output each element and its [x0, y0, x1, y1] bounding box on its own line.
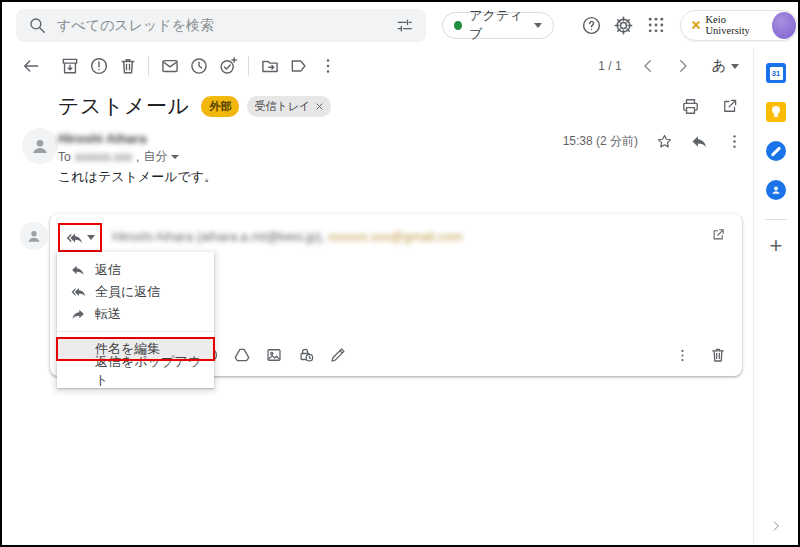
open-in-new-window-button[interactable] — [719, 95, 741, 117]
report-spam-button[interactable] — [84, 52, 113, 80]
subject-row: テストメール 外部 受信トレイ — [2, 90, 755, 122]
menu-label: 返信 — [95, 261, 121, 279]
add-to-tasks-button[interactable] — [213, 52, 242, 80]
account-badge[interactable]: Keio University — [680, 10, 798, 41]
delete-button[interactable] — [113, 52, 142, 80]
chevron-down-icon — [731, 64, 739, 69]
reply-type-menu: 返信 全員に返信 転送 件名を編集 返信をポップアウト — [57, 252, 214, 388]
message-more-button[interactable] — [723, 130, 745, 152]
menu-label: 全員に返信 — [95, 283, 160, 301]
account-name: Keio University — [705, 14, 765, 36]
menu-item-reply-all[interactable]: 全員に返信 — [57, 281, 214, 303]
archive-button[interactable] — [55, 52, 84, 80]
status-label: アクティブ — [469, 7, 527, 43]
person-icon — [25, 227, 43, 245]
move-to-button[interactable] — [255, 52, 284, 80]
external-badge: 外部 — [201, 96, 239, 117]
reply-all-icon — [65, 229, 83, 247]
compose-toolbar — [200, 345, 348, 365]
keep-icon[interactable] — [766, 102, 786, 122]
side-panel-rail: 31 + — [753, 48, 798, 545]
tasks-icon[interactable] — [766, 141, 786, 161]
timestamp: 15:38 (2 分前) — [563, 133, 638, 150]
newer-conversation-button[interactable] — [634, 52, 663, 80]
ime-label: あ — [712, 57, 726, 75]
message-meta: 15:38 (2 分前) — [563, 130, 745, 152]
compose-toolbar-right — [672, 345, 728, 365]
expand-panel-button[interactable] — [769, 519, 783, 533]
menu-divider — [57, 331, 214, 332]
menu-item-reply[interactable]: 返信 — [57, 259, 214, 281]
discard-draft-button[interactable] — [708, 345, 728, 365]
confidential-mode-icon[interactable] — [296, 345, 316, 365]
reply-icon — [70, 262, 86, 278]
google-apps-grid-button[interactable] — [645, 12, 668, 38]
search-options-icon[interactable] — [395, 16, 414, 35]
email-subject: テストメール — [58, 92, 189, 120]
compose-recipients[interactable]: Hiroshi Aihara (aihara.a.mt@keio.jp), xx… — [112, 229, 463, 244]
star-button[interactable] — [653, 130, 675, 152]
close-icon[interactable] — [315, 102, 324, 111]
keio-logo-icon — [690, 19, 701, 31]
labels-button[interactable] — [284, 52, 313, 80]
back-button[interactable] — [16, 52, 45, 80]
help-button[interactable] — [580, 12, 603, 38]
email-body-text: これはテストメールです。 — [58, 168, 217, 186]
mark-unread-button[interactable] — [155, 52, 184, 80]
compose-more-button[interactable] — [672, 345, 692, 365]
popout-compose-button[interactable] — [711, 227, 726, 242]
compose-avatar — [20, 222, 48, 250]
calendar-icon[interactable]: 31 — [766, 63, 786, 83]
reply-type-dropdown[interactable] — [58, 223, 102, 252]
rail-divider — [765, 219, 787, 220]
insert-image-icon[interactable] — [264, 345, 284, 365]
chevron-down-icon — [87, 235, 95, 240]
recipient-blurred: xxxxxx.xxx — [75, 150, 132, 164]
forward-icon — [70, 306, 86, 322]
chat-status-selector[interactable]: アクティブ — [442, 12, 553, 39]
sender-name[interactable]: Hiroshi Aihara — [58, 131, 146, 146]
add-addon-button[interactable]: + — [770, 236, 783, 256]
inbox-label-text: 受信トレイ — [254, 99, 310, 114]
thread-action-bar: 1 / 1 あ — [2, 50, 755, 82]
person-icon — [29, 135, 51, 157]
more-options-button[interactable] — [313, 52, 342, 80]
menu-item-forward[interactable]: 転送 — [57, 303, 214, 325]
toolbar-divider — [148, 56, 149, 76]
print-button[interactable] — [679, 95, 701, 117]
chevron-down-icon — [534, 23, 542, 28]
to-prefix: To — [58, 150, 71, 164]
contacts-icon[interactable] — [766, 180, 786, 200]
toolbar-divider — [248, 56, 249, 76]
snooze-button[interactable] — [184, 52, 213, 80]
reply-all-icon — [70, 284, 86, 300]
recipient-blurred-2: xxxxxx.xxx@gmail.com — [328, 229, 463, 244]
search-input[interactable] — [57, 17, 395, 33]
settings-gear-button[interactable] — [612, 12, 635, 38]
older-conversation-button[interactable] — [669, 52, 698, 80]
recipient-separator: , — [136, 150, 139, 164]
search-icon[interactable] — [28, 16, 47, 35]
details-chevron-icon[interactable] — [171, 155, 179, 159]
active-status-dot — [454, 21, 462, 30]
signature-pen-icon[interactable] — [328, 345, 348, 365]
search-bar[interactable] — [16, 9, 426, 42]
sender-avatar[interactable] — [22, 128, 58, 164]
inbox-label-chip[interactable]: 受信トレイ — [247, 96, 331, 117]
reply-button[interactable] — [688, 130, 710, 152]
menu-item-popout-reply[interactable]: 返信をポップアウト — [57, 360, 214, 382]
mail-view: 1 / 1 あ テストメール 外部 受信トレイ — [2, 48, 755, 545]
user-avatar[interactable] — [772, 12, 796, 39]
pagination-counter: 1 / 1 — [598, 59, 621, 73]
drive-attach-icon[interactable] — [232, 345, 252, 365]
recipient-line[interactable]: To xxxxxx.xxx , 自分 — [58, 148, 179, 165]
menu-label: 返信をポップアウト — [95, 353, 214, 389]
self-label: 自分 — [143, 148, 167, 165]
menu-label: 転送 — [95, 305, 121, 323]
top-bar: アクティブ Keio University — [2, 2, 798, 48]
recipient-blurred-1: Hiroshi Aihara (aihara.a.mt@keio.jp), — [112, 229, 328, 244]
input-method-selector[interactable]: あ — [712, 57, 739, 75]
